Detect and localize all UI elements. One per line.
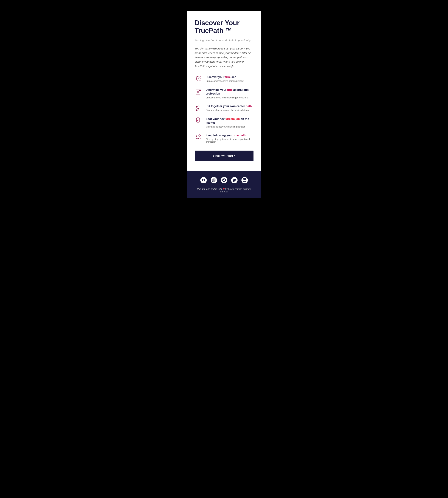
svg-point-3	[201, 78, 201, 78]
brain-sparkle-icon	[195, 75, 203, 83]
svg-rect-28	[212, 179, 215, 182]
path-dots-icon	[195, 104, 203, 112]
feature-subtitle-5: Step by step, get closer to your aspirat…	[206, 138, 254, 143]
svg-point-2	[200, 76, 201, 76]
highlight-true-1: true	[225, 76, 231, 79]
cta-button[interactable]: Shall we start?	[195, 151, 254, 161]
feature-title-5: Keep following your true path	[206, 133, 254, 137]
feature-subtitle-1: Run a comprehensive personality test	[206, 80, 254, 82]
svg-point-15	[196, 108, 197, 109]
feature-title-1: Discover your true self	[206, 75, 254, 79]
svg-point-19	[198, 110, 199, 111]
feature-item-2: Determine your true aspirational profess…	[195, 88, 254, 99]
svg-point-13	[198, 106, 199, 107]
page-title: Discover Your TruePath ™	[195, 19, 254, 34]
feature-text-2: Determine your true aspirational profess…	[206, 88, 254, 99]
features-list: Discover your true self Run a comprehens…	[195, 75, 254, 143]
facebook-icon[interactable]	[221, 177, 227, 183]
heart-card-icon	[195, 88, 203, 95]
main-content: Discover Your TruePath ™ Finding directi…	[187, 11, 261, 171]
check-badge-icon	[195, 117, 203, 124]
feature-subtitle-4: View and select your matching next job	[206, 125, 254, 128]
feature-subtitle-3: Pick and choose among the advised steps	[206, 109, 254, 111]
highlight-path-3: path	[246, 105, 252, 108]
svg-point-5	[200, 80, 201, 80]
page-card: Discover Your TruePath ™ Finding directi…	[187, 11, 261, 198]
svg-point-18	[196, 110, 197, 111]
feature-title-2: Determine your true aspirational profess…	[206, 88, 254, 96]
highlight-true-2: true	[227, 88, 232, 91]
feature-text-3: Put together your own career path Pick a…	[206, 104, 254, 112]
feature-item-5: Keep following your true path Step by st…	[195, 133, 254, 143]
svg-point-12	[196, 106, 197, 107]
instagram-icon[interactable]	[211, 177, 217, 183]
svg-line-7	[200, 77, 200, 77]
svg-rect-24	[197, 117, 199, 118]
twitter-icon[interactable]	[231, 177, 238, 183]
svg-point-27	[199, 135, 201, 136]
feature-text-5: Keep following your true path Step by st…	[206, 133, 254, 143]
svg-point-26	[196, 135, 198, 137]
feature-item-1: Discover your true self Run a comprehens…	[195, 75, 254, 83]
heart-icon: ❤	[223, 188, 224, 190]
intro-text: You don't know where to start your caree…	[195, 47, 254, 69]
highlight-true-5: true path	[234, 134, 245, 137]
feature-item-4: Spot your next dream job on the market V…	[195, 117, 254, 128]
svg-point-29	[213, 180, 214, 181]
github-icon[interactable]	[200, 177, 207, 183]
linkedin-icon[interactable]	[241, 177, 248, 183]
feature-text-4: Spot your next dream job on the market V…	[206, 117, 254, 128]
svg-point-16	[198, 108, 199, 109]
svg-point-4	[195, 79, 196, 80]
footer: This app was coded with ❤ by Louis, Dani…	[187, 171, 261, 198]
footer-credit: This app was coded with ❤ by Louis, Dani…	[195, 188, 254, 193]
svg-point-30	[214, 179, 215, 180]
svg-rect-25	[197, 122, 199, 123]
profile-follow-icon	[195, 133, 203, 141]
social-icons-list	[195, 177, 254, 183]
feature-title-3: Put together your own career path	[206, 104, 254, 108]
feature-item-3: Put together your own career path Pick a…	[195, 104, 254, 112]
tagline: Finding direction in a world full of opp…	[195, 38, 254, 42]
svg-point-1	[196, 76, 196, 77]
feature-subtitle-2: Choose among well matching professions	[206, 96, 254, 99]
feature-text-1: Discover your true self Run a comprehens…	[206, 75, 254, 83]
feature-title-4: Spot your next dream job on the market	[206, 117, 254, 125]
highlight-dream-4: dream job	[226, 117, 240, 120]
